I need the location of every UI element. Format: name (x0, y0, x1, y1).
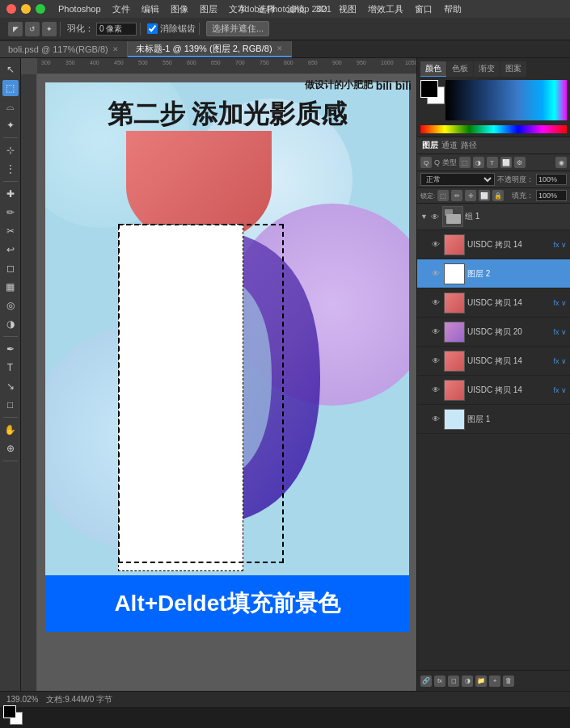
filter-adj-icon[interactable]: ◑ (473, 157, 484, 168)
canvas-content[interactable]: 第二步 添加光影质感 Alt+Deldet填充前景色 做设计的小肥肥 bili … (37, 74, 416, 691)
fx-button[interactable]: fx (434, 675, 445, 687)
group-visibility-eye[interactable]: 👁 (429, 211, 441, 222)
layer-item-0[interactable]: 👁 UISDC 拷贝 14 fx ∨ (417, 230, 570, 259)
eyedropper-tool[interactable]: ⋮ (2, 161, 19, 177)
filter-type2-icon[interactable]: T (487, 157, 498, 168)
delete-layer-button[interactable]: 🗑 (503, 675, 514, 687)
filter-toggle[interactable]: ◉ (555, 157, 567, 168)
new-layer-button[interactable]: + (489, 675, 500, 687)
layer-item-4[interactable]: 👁 UISDC 拷贝 14 fx ∨ (417, 347, 570, 376)
layer-bottom-eye[interactable]: 👁 (430, 414, 441, 425)
crop-tool[interactable]: ⊹ (2, 142, 19, 158)
tab-swatches[interactable]: 色板 (447, 61, 473, 77)
layer-3-eye[interactable]: 👁 (430, 326, 441, 338)
lock-artboard-icon[interactable]: ⬜ (479, 190, 490, 201)
layer-2-eye[interactable]: 👁 (430, 297, 441, 309)
layer-1-eye[interactable]: 👁 (430, 268, 441, 280)
maximize-button[interactable] (36, 4, 45, 14)
magic-wand-tool[interactable]: ✦ (42, 22, 57, 36)
menu-layer[interactable]: 图层 (195, 3, 222, 15)
select-and-mask-button[interactable]: 选择并遮住... (206, 21, 269, 36)
marquee-tool[interactable]: ⬚ (2, 80, 19, 96)
lock-all-icon[interactable]: 🔒 (492, 190, 504, 201)
lock-position-icon[interactable]: ✛ (465, 190, 476, 201)
layer-bottom[interactable]: 👁 图层 1 (417, 405, 570, 434)
anti-alias-checkbox[interactable] (147, 23, 158, 34)
tab-color[interactable]: 颜色 (420, 61, 446, 77)
layer-0-fx[interactable]: fx ∨ (553, 241, 567, 249)
fill-input[interactable] (536, 190, 567, 201)
healing-brush-tool[interactable]: ✚ (2, 186, 19, 202)
zoom-tool[interactable]: ⊕ (2, 440, 19, 457)
clone-stamp-tool[interactable]: ✂ (2, 223, 19, 239)
magic-wand-tool[interactable]: ✦ (2, 117, 19, 133)
menu-window[interactable]: 窗口 (410, 3, 437, 15)
layer-item-3[interactable]: 👁 UISDC 拷贝 20 fx ∨ (417, 318, 570, 347)
layer-4-fx[interactable]: fx ∨ (553, 357, 567, 365)
brush-tool[interactable]: ✏ (2, 204, 19, 221)
tab-untitled-close[interactable]: ✕ (277, 44, 283, 53)
move-tool[interactable]: ↖ (2, 61, 19, 78)
shape-tool[interactable]: □ (2, 397, 19, 413)
lock-transparent-icon[interactable]: ⬚ (437, 190, 449, 201)
layer-4-eye[interactable]: 👁 (430, 356, 441, 367)
tab-untitled[interactable]: 未标题-1 @ 139% (图层 2, RGB/8) ✕ (128, 41, 292, 57)
gradient-tool[interactable]: ▦ (2, 279, 19, 295)
layer-4-name: UISDC 拷贝 14 (467, 356, 551, 367)
minimize-button[interactable] (21, 4, 31, 14)
layer-bottom-name: 图层 1 (467, 414, 567, 425)
path-selection-tool[interactable]: ↘ (2, 378, 19, 394)
lasso-tool[interactable]: ⌓ (2, 99, 19, 115)
menu-image[interactable]: 图像 (166, 3, 193, 15)
layer-item-2[interactable]: 👁 UISDC 拷贝 14 fx ∨ (417, 288, 570, 318)
filter-type-icon[interactable]: Q (420, 157, 432, 168)
tab-paths-label[interactable]: 路径 (461, 140, 477, 151)
layer-5-eye[interactable]: 👁 (430, 385, 441, 396)
rectangular-marquee-tool[interactable]: ◤ (8, 22, 23, 36)
tab-boli[interactable]: boli.psd @ 117%(RGB/8) ✕ (0, 41, 128, 57)
eraser-tool[interactable]: ◻ (2, 260, 19, 276)
tab-channels-label[interactable]: 通道 (441, 140, 458, 151)
tab-layers-label[interactable]: 图层 (422, 140, 438, 151)
layer-3-fx[interactable]: fx ∨ (553, 328, 567, 336)
close-button[interactable] (6, 4, 16, 14)
menu-help[interactable]: 帮助 (439, 3, 467, 15)
spectrum-bar[interactable] (420, 125, 567, 133)
tab-patterns[interactable]: 图案 (500, 61, 526, 77)
new-group-button[interactable]: 📁 (475, 675, 487, 687)
new-fill-layer-button[interactable]: ◑ (462, 675, 473, 687)
link-layers-button[interactable]: 🔗 (420, 675, 432, 687)
lasso-tool[interactable]: ↺ (25, 22, 40, 36)
layer-5-fx[interactable]: fx ∨ (553, 386, 567, 394)
tab-boli-close[interactable]: ✕ (112, 45, 119, 53)
canvas-area[interactable]: 3003504004505005506006507007508008509009… (21, 58, 416, 691)
blend-mode-select[interactable]: 正常 (420, 173, 495, 186)
lock-pixels-icon[interactable]: ✏ (451, 190, 462, 201)
filter-smart-icon[interactable]: ⚙ (514, 157, 526, 168)
layer-0-eye[interactable]: 👁 (430, 239, 441, 250)
add-mask-button[interactable]: ◻ (448, 675, 459, 687)
pen-tool[interactable]: ✒ (2, 341, 19, 357)
menu-plugins[interactable]: 增效工具 (363, 3, 408, 15)
dodge-tool[interactable]: ◑ (2, 316, 19, 332)
blur-tool[interactable]: ◎ (2, 297, 19, 314)
group-collapse-icon: ▼ (420, 213, 428, 221)
filter-pixel-icon[interactable]: ⬚ (459, 157, 471, 168)
layer-item-1[interactable]: 👁 图层 2 (417, 259, 570, 288)
menu-edit[interactable]: 编辑 (137, 3, 164, 15)
type-tool[interactable]: T (2, 360, 19, 376)
layer-group-1[interactable]: ▼ 👁 组 1 (417, 204, 570, 230)
fg-color-box[interactable] (420, 80, 438, 98)
feather-input[interactable] (96, 23, 137, 36)
opacity-input[interactable] (536, 174, 567, 185)
layer-2-fx[interactable]: fx ∨ (553, 299, 567, 307)
tool-group-feather: 羽化： (64, 23, 141, 36)
menu-view[interactable]: 视图 (334, 3, 361, 15)
tab-gradient[interactable]: 渐变 (474, 61, 500, 77)
menu-file[interactable]: 文件 (108, 3, 135, 15)
history-brush-tool[interactable]: ↩ (2, 242, 19, 258)
hand-tool[interactable]: ✋ (2, 422, 19, 438)
layer-item-5[interactable]: 👁 UISDC 拷贝 14 fx ∨ (417, 376, 570, 405)
filter-shape-icon[interactable]: ⬜ (500, 157, 512, 168)
layer-1-name: 图层 2 (467, 268, 564, 280)
